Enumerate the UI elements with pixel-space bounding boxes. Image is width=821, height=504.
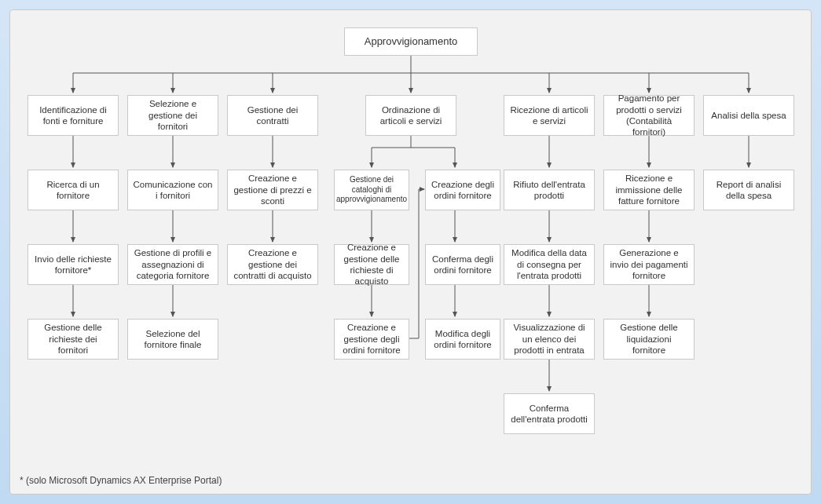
c2-r3-label: Selezione del fornitore finale [133, 328, 213, 351]
c5-header: Ricezione di articoli e servizi [504, 95, 595, 136]
c1-r2: Invio delle richieste fornitore* [27, 244, 119, 285]
c7-r1: Report di analisi della spesa [703, 170, 794, 210]
c5-r2: Modifica della data di consegna per l'en… [504, 244, 595, 285]
c4-right-r1: Creazione degli ordini fornitore [425, 170, 500, 210]
c2-r2-label: Gestione di profili e assegnazioni di ca… [133, 247, 213, 281]
c4-left-r2-label: Creazione e gestione delle richieste di … [339, 242, 404, 287]
c3-r1: Creazione e gestione di prezzi e sconti [227, 170, 318, 210]
c6-r2: Generazione e invio dei pagamenti fornit… [603, 244, 695, 285]
c2-header: Selezione e gestione dei fornitori [127, 95, 218, 136]
c2-header-label: Selezione e gestione dei fornitori [133, 98, 213, 132]
c5-r3-label: Visualizzazione di un elenco dei prodott… [509, 322, 589, 356]
c5-r1: Rifiuto dell'entrata prodotti [504, 170, 595, 210]
c4-left-r3-label: Creazione e gestione degli ordini fornit… [339, 322, 404, 356]
c4-left-r1-label: Gestione dei cataloghi di approvvigionam… [336, 175, 407, 205]
c6-r2-label: Generazione e invio dei pagamenti fornit… [609, 247, 689, 281]
c1-r1-label: Ricerca di un fornitore [33, 179, 113, 202]
c7-r1-label: Report di analisi della spesa [709, 179, 789, 202]
c4-right-r2: Conferma degli ordini fornitore [425, 244, 500, 285]
c6-r1-label: Ricezione e immissione delle fatture for… [609, 173, 689, 206]
c4-left-r2: Creazione e gestione delle richieste di … [334, 244, 409, 285]
c7-header-label: Analisi della spesa [711, 110, 786, 121]
c1-r1: Ricerca di un fornitore [27, 170, 119, 210]
c6-header: Pagamento per prodotti o servizi (Contab… [603, 95, 695, 136]
c2-r1-label: Comunicazione con i fornitori [133, 179, 213, 202]
c5-r1-label: Rifiuto dell'entrata prodotti [509, 179, 589, 202]
c5-r2-label: Modifica della data di consegna per l'en… [509, 247, 589, 281]
c5-r4-label: Conferma dell'entrata prodotti [509, 403, 589, 425]
c4-right-r1-label: Creazione degli ordini fornitore [431, 179, 495, 202]
c3-header: Gestione dei contratti [227, 95, 318, 136]
footnote-label: * (solo Microsoft Dynamics AX Enterprise… [20, 475, 222, 486]
c1-header-label: Identificazione di fonti e forniture [33, 104, 113, 127]
c4-right-r2-label: Conferma degli ordini fornitore [431, 254, 495, 276]
c4-header-label: Ordinazione di articoli e servizi [371, 104, 451, 127]
diagram-canvas: Approvvigionamento Identificazione di fo… [9, 9, 812, 495]
c4-right-r3-label: Modifica degli ordini fornitore [431, 328, 495, 351]
c2-r1: Comunicazione con i fornitori [127, 170, 218, 210]
c4-left-r3: Creazione e gestione degli ordini fornit… [334, 319, 409, 360]
c6-r3: Gestione delle liquidazioni fornitore [603, 319, 695, 360]
c6-r1: Ricezione e immissione delle fatture for… [603, 170, 695, 210]
c2-r2: Gestione di profili e assegnazioni di ca… [127, 244, 218, 285]
c1-header: Identificazione di fonti e forniture [27, 95, 119, 136]
c4-header: Ordinazione di articoli e servizi [365, 95, 456, 136]
c3-r1-label: Creazione e gestione di prezzi e sconti [233, 173, 313, 206]
c1-r3: Gestione delle richieste dei fornitori [27, 319, 119, 360]
c1-r2-label: Invio delle richieste fornitore* [33, 254, 113, 276]
c4-left-r1: Gestione dei cataloghi di approvvigionam… [334, 170, 409, 210]
c2-r3: Selezione del fornitore finale [127, 319, 218, 360]
root-label: Approvvigionamento [365, 35, 458, 48]
c5-header-label: Ricezione di articoli e servizi [509, 104, 589, 127]
c7-header: Analisi della spesa [703, 95, 794, 136]
c3-header-label: Gestione dei contratti [233, 104, 313, 127]
c3-r2-label: Creazione e gestione dei contratti di ac… [233, 247, 313, 281]
c6-header-label: Pagamento per prodotti o servizi (Contab… [609, 93, 689, 138]
c5-r3: Visualizzazione di un elenco dei prodott… [504, 319, 595, 360]
root-node: Approvvigionamento [344, 27, 478, 56]
c3-r2: Creazione e gestione dei contratti di ac… [227, 244, 318, 285]
c4-right-r3: Modifica degli ordini fornitore [425, 319, 500, 360]
c1-r3-label: Gestione delle richieste dei fornitori [33, 322, 113, 356]
c5-r4: Conferma dell'entrata prodotti [504, 393, 595, 434]
c6-r3-label: Gestione delle liquidazioni fornitore [609, 322, 689, 356]
footnote: * (solo Microsoft Dynamics AX Enterprise… [20, 475, 222, 486]
